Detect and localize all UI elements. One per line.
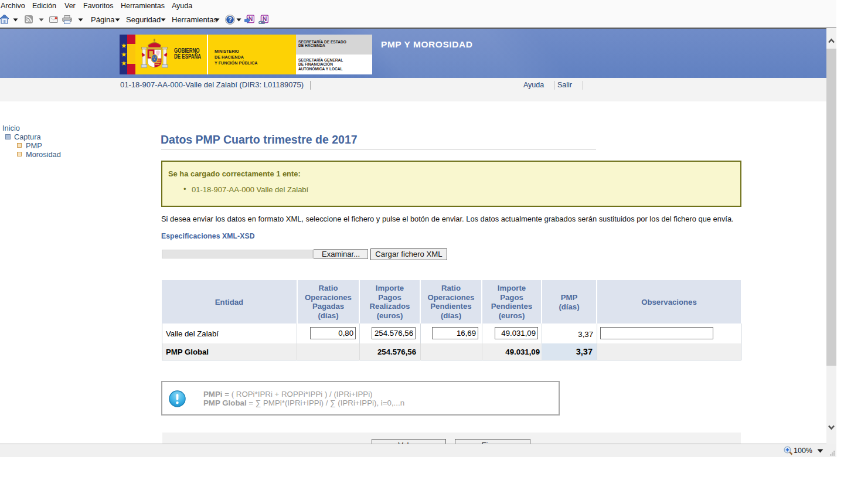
svg-text:?: ? — [228, 16, 232, 23]
